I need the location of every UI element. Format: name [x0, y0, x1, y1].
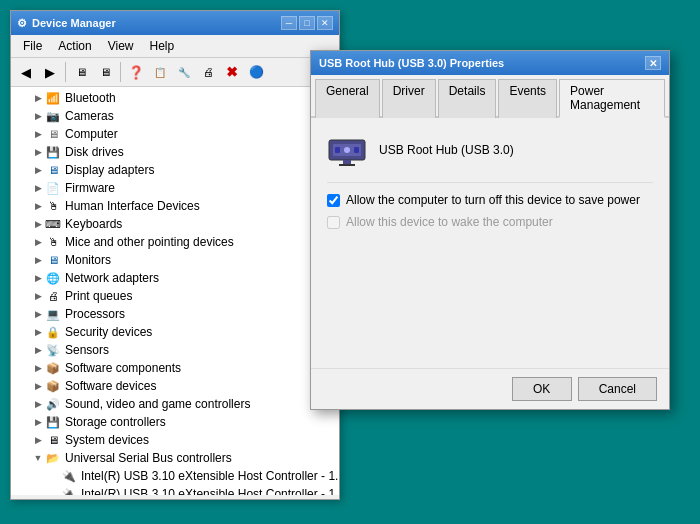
- device-tree[interactable]: ▶ 📶 Bluetooth ▶ 📷 Cameras ▶ 🖥 Computer ▶…: [11, 87, 339, 495]
- tree-item-mice[interactable]: ▶ 🖱 Mice and other pointing devices: [11, 233, 339, 251]
- tree-label-keyboards: Keyboards: [65, 217, 122, 231]
- print-icon: 🖨: [45, 288, 61, 304]
- allow-turn-off-checkbox[interactable]: [327, 194, 340, 207]
- uninstall-button[interactable]: ✖: [221, 61, 243, 83]
- tree-label-display-adapters: Display adapters: [65, 163, 154, 177]
- device-manager-window: ⚙ Device Manager ─ □ ✕ File Action View …: [10, 10, 340, 500]
- tree-label-network: Network adapters: [65, 271, 159, 285]
- tree-item-bluetooth[interactable]: ▶ 📶 Bluetooth: [11, 89, 339, 107]
- tree-item-monitors[interactable]: ▶ 🖥 Monitors: [11, 251, 339, 269]
- tree-label-security: Security devices: [65, 325, 152, 339]
- tree-item-firmware[interactable]: ▶ 📄 Firmware: [11, 179, 339, 197]
- tab-power-management[interactable]: Power Management: [559, 79, 665, 118]
- tree-item-security[interactable]: ▶ 🔒 Security devices: [11, 323, 339, 341]
- tree-label-processors: Processors: [65, 307, 125, 321]
- tree-item-software-devices[interactable]: ▶ 📦 Software devices: [11, 377, 339, 395]
- dialog-footer: OK Cancel: [311, 368, 669, 409]
- svg-rect-5: [335, 147, 340, 153]
- tree-item-usb-controllers[interactable]: ▼ 📂 Universal Serial Bus controllers: [11, 449, 339, 467]
- tree-item-computer[interactable]: ▶ 🖥 Computer: [11, 125, 339, 143]
- tab-details[interactable]: Details: [438, 79, 497, 118]
- tree-item-processors[interactable]: ▶ 💻 Processors: [11, 305, 339, 323]
- tree-item-network[interactable]: ▶ 🌐 Network adapters: [11, 269, 339, 287]
- software-devices-icon: 📦: [45, 378, 61, 394]
- storage-icon: 💾: [45, 414, 61, 430]
- dialog-title-bar: USB Root Hub (USB 3.0) Properties ✕: [311, 51, 669, 75]
- properties-button[interactable]: 🖥: [70, 61, 92, 83]
- scan-button[interactable]: 🔵: [245, 61, 267, 83]
- tree-label-usb-controllers: Universal Serial Bus controllers: [65, 451, 232, 465]
- tree-label-usb-intel2: Intel(R) USB 3.10 eXtensible Host Contro…: [81, 487, 339, 495]
- firmware-icon: 📄: [45, 180, 61, 196]
- tab-driver[interactable]: Driver: [382, 79, 436, 118]
- power-management-section: Allow the computer to turn off this devi…: [327, 193, 653, 229]
- update-driver-button[interactable]: 🖥: [94, 61, 116, 83]
- tree-item-sensors[interactable]: ▶ 📡 Sensors: [11, 341, 339, 359]
- tree-item-storage[interactable]: ▶ 💾 Storage controllers: [11, 413, 339, 431]
- network-icon: 🌐: [45, 270, 61, 286]
- dialog-close-button[interactable]: ✕: [645, 56, 661, 70]
- back-button[interactable]: ◀: [15, 61, 37, 83]
- monitors-icon: 🖥: [45, 252, 61, 268]
- allow-wake-row: Allow this device to wake the computer: [327, 215, 653, 229]
- tree-item-keyboards[interactable]: ▶ ⌨ Keyboards: [11, 215, 339, 233]
- tree-label-cameras: Cameras: [65, 109, 114, 123]
- keyboards-icon: ⌨: [45, 216, 61, 232]
- tree-item-sound[interactable]: ▶ 🔊 Sound, video and game controllers: [11, 395, 339, 413]
- tree-item-cameras[interactable]: ▶ 📷 Cameras: [11, 107, 339, 125]
- close-button[interactable]: ✕: [317, 16, 333, 30]
- device-name-label: USB Root Hub (USB 3.0): [379, 143, 514, 157]
- menu-file[interactable]: File: [15, 37, 50, 55]
- tree-label-software-components: Software components: [65, 361, 181, 375]
- tree-item-display-adapters[interactable]: ▶ 🖥 Display adapters: [11, 161, 339, 179]
- menu-help[interactable]: Help: [142, 37, 183, 55]
- tree-label-bluetooth: Bluetooth: [65, 91, 116, 105]
- software-components-icon: 📦: [45, 360, 61, 376]
- tree-item-usb-intel2[interactable]: ▶ 🔌 Intel(R) USB 3.10 eXtensible Host Co…: [11, 485, 339, 495]
- menu-bar: File Action View Help: [11, 35, 339, 58]
- tree-label-system: System devices: [65, 433, 149, 447]
- toolbar-sep-2: [120, 62, 121, 82]
- maximize-button[interactable]: □: [299, 16, 315, 30]
- tree-item-print[interactable]: ▶ 🖨 Print queues: [11, 287, 339, 305]
- tree-item-disk-drives[interactable]: ▶ 💾 Disk drives: [11, 143, 339, 161]
- menu-view[interactable]: View: [100, 37, 142, 55]
- tree-label-monitors: Monitors: [65, 253, 111, 267]
- allow-turn-off-row: Allow the computer to turn off this devi…: [327, 193, 653, 207]
- tree-label-disk-drives: Disk drives: [65, 145, 124, 159]
- title-bar-left: ⚙ Device Manager: [17, 17, 116, 30]
- allow-wake-label: Allow this device to wake the computer: [346, 215, 553, 229]
- tree-item-usb-intel1[interactable]: ▶ 🔌 Intel(R) USB 3.10 eXtensible Host Co…: [11, 467, 339, 485]
- help-button[interactable]: ❓: [125, 61, 147, 83]
- resources-button[interactable]: 🔧: [173, 61, 195, 83]
- tree-label-firmware: Firmware: [65, 181, 115, 195]
- tree-item-system[interactable]: ▶ 🖥 System devices: [11, 431, 339, 449]
- tree-item-software-components[interactable]: ▶ 📦 Software components: [11, 359, 339, 377]
- mice-icon: 🖱: [45, 234, 61, 250]
- tree-item-hid[interactable]: ▶ 🖱 Human Interface Devices: [11, 197, 339, 215]
- toolbar-sep-1: [65, 62, 66, 82]
- disk-drives-icon: 💾: [45, 144, 61, 160]
- forward-button[interactable]: ▶: [39, 61, 61, 83]
- tab-general[interactable]: General: [315, 79, 380, 118]
- system-icon: 🖥: [45, 432, 61, 448]
- details-button[interactable]: 📋: [149, 61, 171, 83]
- window-icon: ⚙: [17, 17, 27, 30]
- cancel-button[interactable]: Cancel: [578, 377, 657, 401]
- device-header: USB Root Hub (USB 3.0): [327, 134, 653, 166]
- minimize-button[interactable]: ─: [281, 16, 297, 30]
- ok-button[interactable]: OK: [512, 377, 572, 401]
- allow-wake-checkbox[interactable]: [327, 216, 340, 229]
- svg-rect-6: [354, 147, 359, 153]
- tree-label-software-devices: Software devices: [65, 379, 156, 393]
- security-icon: 🔒: [45, 324, 61, 340]
- display-adapters-icon: 🖥: [45, 162, 61, 178]
- allow-turn-off-label[interactable]: Allow the computer to turn off this devi…: [346, 193, 640, 207]
- svg-point-4: [344, 147, 350, 153]
- window-title: Device Manager: [32, 17, 116, 29]
- dialog-tabs: General Driver Details Events Power Mana…: [311, 75, 669, 118]
- tab-events[interactable]: Events: [498, 79, 557, 118]
- print-button[interactable]: 🖨: [197, 61, 219, 83]
- toolbar: ◀ ▶ 🖥 🖥 ❓ 📋 🔧 🖨 ✖ 🔵: [11, 58, 339, 87]
- menu-action[interactable]: Action: [50, 37, 99, 55]
